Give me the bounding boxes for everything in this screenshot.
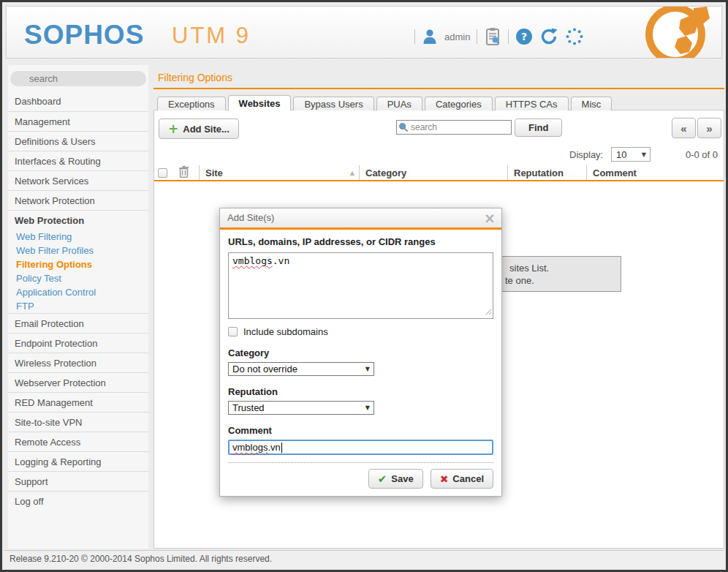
sidebar-item-email-protection[interactable]: Email Protection: [8, 313, 148, 333]
svg-text:?: ?: [521, 31, 527, 42]
spinner-icon: [565, 27, 584, 46]
include-subdomains-checkbox[interactable]: [228, 327, 238, 336]
status-bar: Release 9.210-20 © 2000-2014 Sophos Limi…: [4, 550, 724, 568]
column-header-comment[interactable]: Comment: [586, 165, 724, 180]
sidebar-item-dashboard[interactable]: Dashboard: [8, 91, 148, 111]
sidebar-item-remote-access[interactable]: Remote Access: [8, 432, 148, 451]
x-icon: ✖: [440, 473, 449, 485]
trash-icon[interactable]: [178, 165, 189, 180]
divider: [477, 29, 477, 44]
column-header-site[interactable]: Site▲: [199, 165, 359, 180]
sidebar-item-policy-test[interactable]: Policy Test: [8, 271, 148, 285]
add-site-dialog: Add Site(s) × URLs, domains, IP addresse…: [219, 208, 502, 497]
sidebar-item-log-off[interactable]: Log off: [8, 491, 148, 511]
text-caret: [281, 443, 282, 453]
sidebar-item-management[interactable]: Management: [8, 111, 148, 131]
divider: [508, 29, 509, 44]
tab-categories[interactable]: Categories: [425, 97, 493, 110]
help-icon[interactable]: ?: [515, 28, 533, 45]
app-frame: SOPHOS UTM 9 admin: [2, 2, 726, 570]
close-icon[interactable]: ×: [484, 208, 496, 227]
sidebar-item-red-management[interactable]: RED Management: [8, 392, 148, 412]
tab-exceptions[interactable]: Exceptions: [157, 97, 226, 110]
sidebar-search-input[interactable]: [10, 71, 146, 86]
header-user-area: admin ?: [414, 26, 584, 48]
title-underline: [153, 88, 724, 89]
sidebar-item-ftp[interactable]: FTP: [8, 299, 148, 313]
sidebar-item-web-filtering[interactable]: Web Filtering: [8, 230, 148, 244]
sidebar-item-application-control[interactable]: Application Control: [8, 285, 148, 299]
search-icon: [398, 122, 409, 132]
sort-ascending-icon: ▲: [350, 170, 354, 176]
dialog-separator: [228, 462, 493, 463]
dialog-body: URLs, domains, IP addresses, or CIDR ran…: [220, 230, 501, 496]
cancel-button[interactable]: ✖ Cancel: [431, 469, 493, 489]
dialog-buttons: ✔ Save ✖ Cancel: [228, 469, 493, 489]
utm-ball-logo: [642, 7, 713, 58]
table-header: Site▲CategoryReputationComment: [154, 165, 724, 181]
dialog-title-bar[interactable]: Add Site(s) ×: [220, 208, 501, 227]
sidebar-item-web-filter-profiles[interactable]: Web Filter Profiles: [8, 244, 148, 257]
chevron-down-icon: ▼: [365, 404, 370, 411]
header-bar: SOPHOS UTM 9 admin: [6, 6, 722, 59]
sidebar-item-definitions-users[interactable]: Definitions & Users: [8, 131, 148, 151]
list-controls: Display: 10 ▼ 0-0 of 0: [154, 147, 718, 162]
comment-input[interactable]: vmblogs.vn: [228, 440, 493, 455]
tab-bypass-users[interactable]: Bypass Users: [293, 97, 374, 110]
divider: [414, 29, 415, 44]
include-subdomains-row: Include subdomains: [228, 326, 493, 337]
username-label: admin: [444, 31, 470, 42]
sidebar-item-support[interactable]: Support: [8, 471, 148, 491]
plus-icon: +: [168, 121, 178, 136]
chevron-down-icon: ▼: [365, 366, 370, 372]
sidebar-item-filtering-options[interactable]: Filtering Options: [8, 257, 148, 271]
display-label: Display:: [569, 149, 603, 160]
tab-misc[interactable]: Misc: [571, 97, 613, 110]
display-count-select[interactable]: 10 ▼: [611, 147, 651, 162]
category-label: Category: [228, 347, 493, 358]
tab-websites[interactable]: Websites: [228, 95, 292, 110]
table-search-input[interactable]: [396, 120, 512, 135]
audit-log-icon[interactable]: [484, 27, 501, 46]
select-all-checkbox[interactable]: [158, 168, 167, 178]
sidebar-item-wireless-protection[interactable]: Wireless Protection: [8, 353, 148, 372]
dialog-title: Add Site(s): [227, 212, 274, 223]
sophos-logo: SOPHOS: [24, 20, 144, 50]
refresh-icon[interactable]: [539, 28, 558, 45]
sidebar-item-endpoint-protection[interactable]: Endpoint Protection: [8, 333, 148, 353]
sidebar-item-interfaces-routing[interactable]: Interfaces & Routing: [8, 151, 148, 170]
resize-grip-icon[interactable]: [485, 306, 492, 317]
chevron-down-icon: ▼: [642, 151, 646, 158]
page-title: Filtering Options: [158, 72, 232, 83]
sidebar-item-webserver-protection[interactable]: Webserver Protection: [8, 372, 148, 392]
sidebar-item-network-services[interactable]: Network Services: [8, 170, 148, 190]
reputation-label: Reputation: [228, 386, 493, 397]
reputation-select[interactable]: Trusted ▼: [228, 401, 374, 415]
urls-textarea[interactable]: vmblogs.vn: [228, 252, 493, 319]
include-subdomains-label: Include subdomains: [243, 326, 328, 337]
sidebar-item-web-protection[interactable]: Web Protection: [8, 210, 148, 230]
category-select[interactable]: Do not override ▼: [228, 362, 374, 376]
page-prev-button[interactable]: «: [672, 118, 696, 138]
sidebar-item-network-protection[interactable]: Network Protection: [8, 190, 148, 210]
sidebar-item-logging-reporting[interactable]: Logging & Reporting: [8, 451, 148, 471]
user-icon: [422, 28, 438, 45]
sidebar-nav: DashboardManagementDefinitions & UsersIn…: [8, 91, 148, 511]
tab-bar: ExceptionsWebsitesBypass UsersPUAsCatego…: [157, 96, 612, 110]
sidebar: DashboardManagementDefinitions & UsersIn…: [8, 65, 148, 549]
sidebar-item-site-to-site-vpn[interactable]: Site-to-site VPN: [8, 412, 148, 432]
tab-puas[interactable]: PUAs: [376, 97, 422, 110]
tab-https-cas[interactable]: HTTPS CAs: [495, 97, 569, 110]
product-title: UTM 9: [172, 23, 251, 49]
find-button[interactable]: Find: [515, 118, 562, 137]
column-header-category[interactable]: Category: [359, 165, 507, 180]
save-button[interactable]: ✔ Save: [368, 469, 423, 489]
add-site-button[interactable]: + Add Site...: [159, 118, 239, 139]
comment-label: Comment: [228, 425, 493, 436]
page-next-button[interactable]: »: [697, 118, 721, 138]
check-icon: ✔: [378, 473, 387, 486]
range-label: 0-0 of 0: [686, 149, 718, 160]
urls-label: URLs, domains, IP addresses, or CIDR ran…: [228, 236, 493, 247]
column-header-reputation[interactable]: Reputation: [507, 165, 586, 180]
